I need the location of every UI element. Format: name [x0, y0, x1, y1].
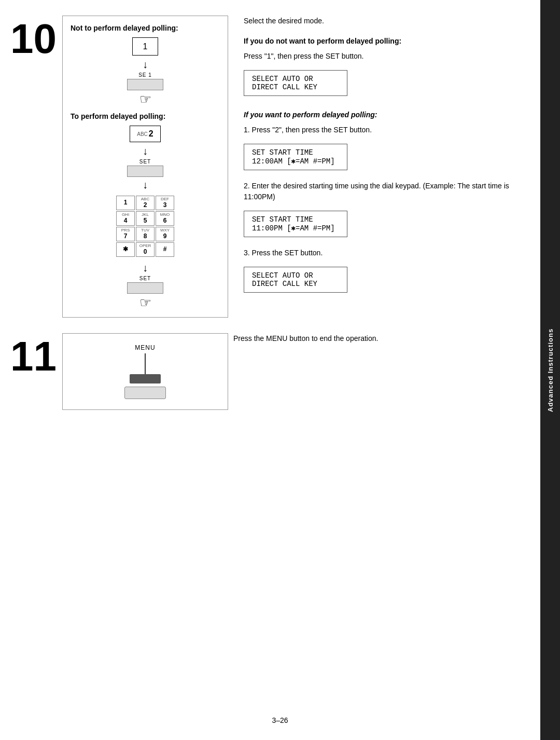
step-10-number: 10 [10, 16, 62, 318]
display2-line1: SET START TIME [252, 148, 339, 157]
not-delayed-diagram-row: 1 ↓ SE 1 ☞ [71, 36, 220, 106]
kp-key-1: 1 [116, 196, 135, 210]
hand-icon-1: ☞ [139, 92, 151, 106]
display4-line1: SELECT AUTO OR [252, 271, 339, 280]
key-1-box: 1 [132, 37, 158, 56]
set-button-1 [127, 79, 163, 90]
display1-line2: DIRECT CALL KEY [252, 83, 339, 91]
step-11-diagram-row: MENU [124, 344, 166, 399]
menu-device [130, 374, 161, 383]
perform-delayed-diagram-row: ABC2 ↓ SET ↓ 1 ABC2 DEF3 GHI4 JKL5 MNO6 … [71, 125, 220, 309]
step-11-section: 11 MENU Press the MENU button to end the… [10, 333, 530, 410]
intro-text: Select the desired mode. [244, 16, 530, 26]
display-box-2: SET START TIME 12:00AM [✱=AM #=PM] [244, 144, 347, 170]
step-11-number: 11 [10, 333, 62, 410]
step-11-instructions: Press the MENU button to end the operati… [228, 333, 530, 410]
delayed-step2: 2. Enter the desired starting time using… [244, 181, 530, 202]
not-delayed-body: Press "1", then press the SET button. [244, 51, 530, 62]
set-button-3 [127, 282, 163, 294]
not-delayed-label: Not to perform delayed polling: [71, 24, 220, 32]
display1-line1: SELECT AUTO OR [252, 75, 339, 83]
display-box-1: SELECT AUTO OR DIRECT CALL KEY [244, 70, 347, 96]
key-2-box: ABC2 [130, 126, 161, 142]
page-footer: 3–26 [272, 716, 288, 724]
delayed-step3: 3. Press the SET button. [244, 248, 530, 258]
se1-label: SE 1 [138, 72, 152, 78]
arrow-2: ↓ [143, 145, 148, 157]
hand-icon-2: ☞ [139, 296, 151, 309]
set-button-2 [127, 166, 163, 177]
step-10-instructions: Select the desired mode. If you do not w… [239, 16, 530, 318]
display-box-4: SELECT AUTO OR DIRECT CALL KEY [244, 267, 347, 293]
delayed-step1: 1. Press "2", then press the SET button. [244, 125, 530, 135]
kp-key-5: JKL5 [136, 211, 155, 226]
kp-key-0: OPER0 [136, 242, 155, 257]
kp-key-star: ✱ [116, 242, 135, 257]
step-10-section: 10 Not to perform delayed polling: 1 ↓ S… [10, 16, 530, 318]
set2-label: SET [139, 276, 151, 281]
keypad-grid: 1 ABC2 DEF3 GHI4 JKL5 MNO6 PRS7 TUV8 WXY… [116, 196, 174, 257]
display3-line1: SET START TIME [252, 215, 339, 224]
display2-line2: 12:00AM [✱=AM #=PM] [252, 157, 339, 166]
kp-key-6: MNO6 [156, 211, 174, 226]
kp-key-3: DEF3 [156, 196, 174, 210]
kp-key-2: ABC2 [136, 196, 155, 210]
display-box-3: SET START TIME 11:00PM [✱=AM #=PM] [244, 211, 347, 237]
arrow-3: ↓ [143, 179, 148, 191]
kp-key-7: PRS7 [116, 227, 135, 241]
step-11-diagram: MENU [62, 333, 228, 410]
not-delayed-heading: If you do not want to perform delayed po… [244, 36, 530, 47]
display4-line2: DIRECT CALL KEY [252, 280, 339, 288]
step-11-body: Press the MENU button to end the operati… [233, 333, 530, 344]
kp-key-hash: # [156, 242, 174, 257]
menu-btn [124, 387, 166, 399]
menu-cable [145, 353, 146, 374]
step-10-diagram: Not to perform delayed polling: 1 ↓ SE 1… [62, 16, 228, 318]
set1-label: SET [139, 159, 151, 165]
arrow-4: ↓ [143, 262, 148, 274]
side-tab: Advanced Instructions [540, 0, 560, 740]
kp-key-9: WXY9 [156, 227, 174, 241]
delayed-heading: If you want to perform delayed polling: [244, 109, 530, 120]
kp-key-8: TUV8 [136, 227, 155, 241]
display3-line2: 11:00PM [✱=AM #=PM] [252, 224, 339, 232]
arrow-1: ↓ [143, 58, 148, 71]
perform-delayed-label: To perform delayed polling: [71, 112, 220, 120]
menu-label: MENU [135, 344, 155, 351]
kp-key-4: GHI4 [116, 211, 135, 226]
